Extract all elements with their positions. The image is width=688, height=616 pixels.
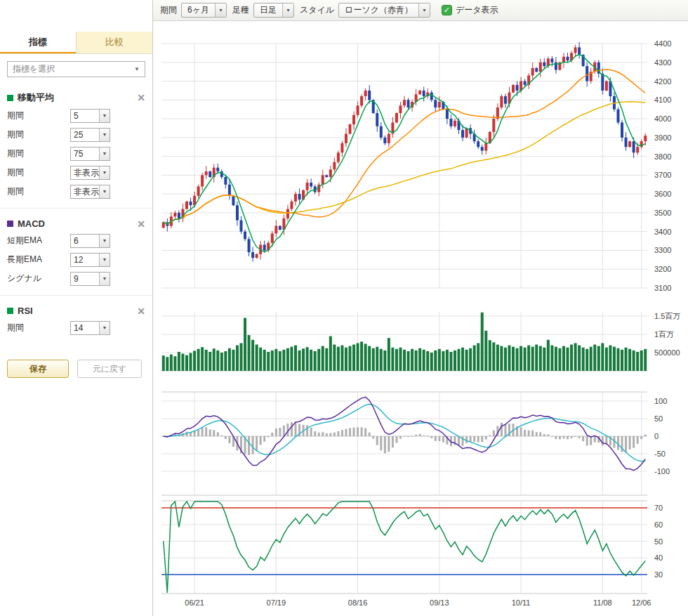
ma-param-row: 期間 75 ▼ — [7, 144, 145, 163]
param-label: 期間 — [7, 129, 70, 140]
svg-text:-50: -50 — [654, 450, 666, 458]
close-icon[interactable]: ✕ — [137, 219, 145, 229]
svg-text:4200: 4200 — [654, 77, 671, 86]
ma25-line — [164, 70, 645, 224]
svg-text:4400: 4400 — [654, 39, 671, 48]
macd-fast-dropdown[interactable]: 6 ▼ — [70, 234, 110, 248]
svg-text:4100: 4100 — [654, 96, 671, 104]
svg-text:100: 100 — [654, 397, 667, 405]
rsi-section-title: RSI — [18, 306, 33, 316]
param-label: 短期EMA — [7, 235, 70, 247]
svg-text:30: 30 — [654, 570, 663, 579]
chevron-down-icon: ▼ — [99, 254, 110, 266]
tab-compare[interactable]: 比較 — [76, 32, 152, 53]
svg-text:3400: 3400 — [654, 228, 671, 236]
chevron-down-icon: ▼ — [99, 129, 110, 141]
svg-text:1百万: 1百万 — [654, 330, 674, 339]
svg-text:3200: 3200 — [654, 265, 671, 273]
ma-param-row: 期間 非表示 ▼ — [7, 163, 145, 182]
tab-indicators[interactable]: 指標 — [0, 32, 76, 53]
data-display-label: データ表示 — [456, 4, 498, 16]
svg-text:-100: -100 — [654, 467, 670, 476]
ma-period-4-dropdown[interactable]: 非表示 ▼ — [70, 166, 110, 180]
chevron-down-icon: ▼ — [99, 322, 110, 334]
bartype-label: 足種 — [232, 4, 249, 16]
chart-toolbar: 期間 6ヶ月 ▼ 足種 日足 ▼ スタイル ローソク（赤青） ▼ ✓ データ表示 — [153, 0, 688, 21]
stock-chart[interactable]: 3100320033003400350036003700380039004000… — [153, 21, 688, 616]
data-display-checkbox[interactable]: ✓ — [442, 5, 452, 15]
svg-text:07/19: 07/19 — [267, 598, 286, 607]
section-moving-average: 移動平均 ✕ 期間 5 ▼ 期間 25 ▼ 期間 75 ▼ 期間 — [0, 81, 152, 209]
ma-period-3-dropdown[interactable]: 75 ▼ — [70, 147, 110, 161]
check-icon: ✓ — [444, 6, 450, 15]
rsi-period-dropdown[interactable]: 14 ▼ — [70, 321, 110, 335]
param-label: 長期EMA — [7, 254, 70, 266]
reset-button[interactable]: 元に戻す — [77, 360, 142, 378]
section-rsi: RSI ✕ 期間 14 ▼ — [0, 296, 152, 344]
macd-section-title: MACD — [18, 218, 45, 229]
close-icon[interactable]: ✕ — [137, 306, 145, 316]
chart-canvas[interactable]: 3100320033003400350036003700380039004000… — [153, 21, 688, 616]
svg-text:3800: 3800 — [654, 152, 671, 161]
param-label: 期間 — [7, 110, 70, 122]
sidebar-tabs: 指標 比較 — [0, 32, 152, 54]
style-label: スタイル — [300, 4, 334, 16]
bartype-dropdown[interactable]: 日足 ▼ — [253, 3, 294, 18]
rsi-param-row: 期間 14 ▼ — [7, 318, 145, 337]
svg-text:3700: 3700 — [654, 171, 671, 179]
ma-period-2-dropdown[interactable]: 25 ▼ — [70, 128, 110, 142]
svg-text:10/11: 10/11 — [512, 598, 531, 607]
ma-period-5-dropdown[interactable]: 非表示 ▼ — [70, 185, 110, 199]
indicator-sidebar: 指標 比較 指標を選択 ▼ 移動平均 ✕ 期間 5 ▼ 期間 25 ▼ 期間 — [0, 0, 153, 616]
svg-text:09/13: 09/13 — [430, 598, 449, 607]
svg-text:70: 70 — [654, 504, 663, 512]
chevron-down-icon: ▼ — [99, 273, 110, 285]
style-dropdown[interactable]: ローソク（赤青） ▼ — [338, 3, 430, 18]
macd-signal-line — [164, 405, 645, 461]
close-icon[interactable]: ✕ — [137, 93, 145, 103]
svg-text:4000: 4000 — [654, 114, 671, 123]
ma5-line — [164, 55, 645, 252]
ma-param-row: 期間 非表示 ▼ — [7, 182, 145, 201]
rsi-color-swatch — [7, 308, 13, 314]
param-label: 期間 — [7, 322, 70, 334]
ma-param-row: 期間 5 ▼ — [7, 106, 145, 125]
indicator-select[interactable]: 指標を選択 ▼ — [7, 61, 145, 77]
ma-period-1-dropdown[interactable]: 5 ▼ — [70, 109, 110, 123]
ma-section-title: 移動平均 — [18, 91, 54, 104]
macd-slow-dropdown[interactable]: 12 ▼ — [70, 253, 110, 267]
param-label: シグナル — [7, 273, 70, 284]
chevron-down-icon: ▼ — [99, 185, 110, 198]
macd-signal-dropdown[interactable]: 9 ▼ — [70, 272, 110, 286]
svg-text:1.5百万: 1.5百万 — [654, 312, 680, 320]
chevron-down-icon: ▼ — [99, 148, 110, 160]
param-label: 期間 — [7, 185, 70, 197]
chevron-down-icon: ▼ — [99, 166, 110, 179]
ma75-line — [164, 102, 645, 224]
svg-text:06/21: 06/21 — [185, 598, 204, 607]
period-dropdown[interactable]: 6ヶ月 ▼ — [181, 3, 227, 18]
period-label: 期間 — [160, 4, 177, 16]
chevron-down-icon: ▼ — [99, 235, 110, 247]
chevron-down-icon: ▼ — [215, 4, 226, 17]
svg-text:500000: 500000 — [654, 348, 680, 357]
axis-labels: 3100320033003400350036003700380039004000… — [185, 39, 680, 607]
param-label: 期間 — [7, 166, 70, 178]
svg-text:11/08: 11/08 — [593, 598, 612, 607]
svg-text:50: 50 — [654, 414, 663, 423]
svg-text:3500: 3500 — [654, 209, 671, 217]
svg-text:40: 40 — [654, 553, 663, 562]
sidebar-buttons: 保存 元に戻す — [0, 344, 152, 378]
macd-param-row: 短期EMA 6 ▼ — [7, 231, 145, 250]
macd-param-row: 長期EMA 12 ▼ — [7, 250, 145, 269]
ma-color-swatch — [7, 95, 13, 101]
param-label: 期間 — [7, 148, 70, 159]
svg-text:50: 50 — [654, 537, 663, 546]
save-button[interactable]: 保存 — [7, 360, 69, 378]
svg-text:3100: 3100 — [654, 284, 671, 292]
chevron-down-icon: ▼ — [134, 66, 140, 72]
svg-text:08/16: 08/16 — [348, 598, 368, 607]
candles-layer — [162, 42, 647, 262]
svg-text:3900: 3900 — [654, 133, 671, 142]
chevron-down-icon: ▼ — [418, 4, 430, 17]
